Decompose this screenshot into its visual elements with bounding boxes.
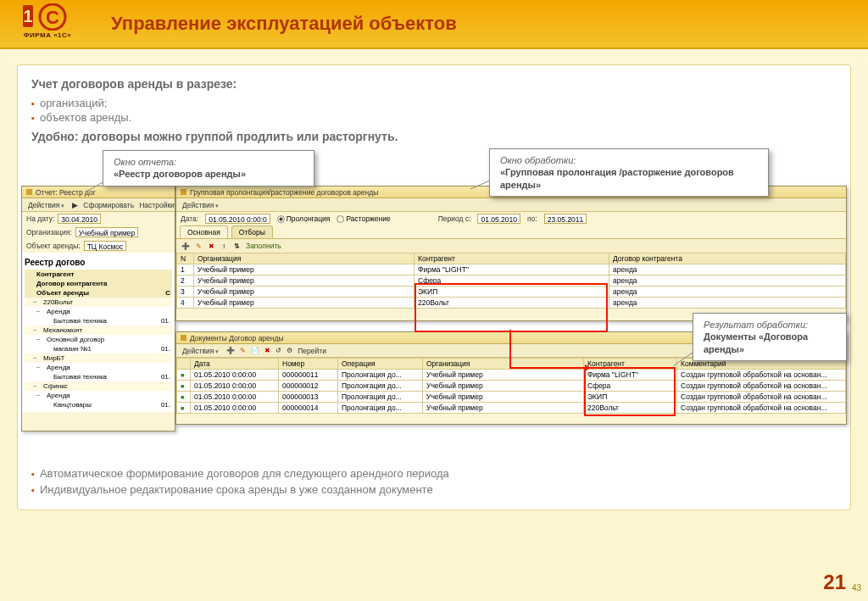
table-row[interactable]: 2Учебный примерСферааренда (177, 275, 846, 287)
main-panel: Учет договоров аренды в разрезе: организ… (17, 64, 851, 510)
radio-prolong[interactable]: Пролонгация (277, 214, 331, 223)
tab-filter[interactable]: Отборы (231, 225, 273, 238)
page-number-mini: 43 (852, 583, 861, 593)
obj-input[interactable]: ТЦ Космос (84, 241, 127, 251)
table-row[interactable]: ■01.05.2010 0:00:00000000012Пролонгация … (177, 381, 846, 392)
intro-heading: Учет договоров аренды в разрезе: (31, 77, 837, 91)
actions-button[interactable]: Действия (180, 201, 221, 209)
page-number: 21 (823, 570, 846, 594)
settings-button[interactable]: Настройки (139, 201, 175, 209)
processing-grid[interactable]: N Организация Контрагент Договор контраг… (176, 253, 846, 309)
toolbar[interactable]: Действия (176, 198, 846, 212)
processing-window[interactable]: Групповая пролонгация/расторжение догово… (175, 186, 847, 321)
period-label: Период с: (438, 214, 471, 223)
tree-row[interactable]: −МирБТ (25, 353, 172, 363)
window-icon (181, 189, 186, 195)
tree-row[interactable]: магазин №101. (25, 344, 172, 353)
footer-list: Автоматическое формирование договоров дл… (31, 465, 837, 498)
table-row[interactable]: 1Учебный примерФирма "LIGHT"аренда (177, 264, 846, 275)
table-row[interactable]: 4Учебный пример220Вольтаренда (177, 298, 846, 309)
org-label: Организация: (26, 228, 72, 237)
fill-button[interactable]: Заполнить (246, 242, 281, 250)
callout-proc: Окно обработки: «Групповая пролонгация /… (489, 148, 769, 197)
callout-text: «Групповая пролонгация /расторжение дого… (500, 167, 734, 189)
org-input[interactable]: Учебный пример (75, 227, 139, 237)
tree-row[interactable]: −Аренда (25, 363, 172, 372)
report-window[interactable]: Отчет: Реестр дог Действия ▶ Сформироват… (21, 186, 175, 431)
callout-text: Документы «Договора аренды» (704, 331, 808, 353)
callout-report: Окно отчета: «Реестр договоров аренды» (103, 150, 314, 186)
intro-heading-2: Удобно: договоры можно группой продлить … (31, 130, 837, 143)
sort-down-icon[interactable]: ⇅ (231, 241, 242, 251)
add-icon[interactable]: ➕ (226, 347, 235, 354)
radio-terminate[interactable]: Расторжение (337, 214, 390, 223)
tree-row[interactable]: −Механомонт (25, 326, 172, 335)
svg-text:С: С (46, 7, 59, 28)
table-row[interactable]: ■01.05.2010 0:00:00000000014Пролонгация … (177, 403, 846, 414)
screenshot-area: Окно отчета: «Реестр договоров аренды» О… (31, 152, 837, 457)
obj-label: Объект аренды: (26, 242, 81, 250)
list-item: Автоматическое формирование договоров дл… (31, 465, 837, 481)
table-row[interactable]: 3Учебный примерЭКИПаренда (177, 287, 846, 298)
list-item: организаций; (31, 96, 837, 110)
period-to-input[interactable]: 23.05.2011 (544, 214, 587, 224)
tree-row[interactable]: Бытовая техника01. (25, 316, 172, 326)
toolbar[interactable]: Действия ▶ Сформировать Настройки (22, 198, 175, 212)
callout-label: Окно отчета: (114, 157, 176, 167)
icon-toolbar[interactable]: ➕ ✎ ✖ ↕ ⇅ Заполнить (176, 239, 846, 253)
form-button[interactable]: Сформировать (83, 201, 134, 209)
date-input[interactable]: 01.05.2010 0:00:0 (205, 214, 270, 224)
window-icon (26, 189, 32, 195)
callout-result: Результат обработки: Документы «Договора… (693, 313, 847, 361)
table-row[interactable]: ■01.05.2010 0:00:00000000011Пролонгация … (177, 370, 846, 381)
slide-title: Управление эксплуатацией объектов (111, 13, 457, 35)
delete-icon[interactable]: ✖ (206, 241, 216, 251)
date-label: На дату: (26, 214, 54, 223)
brand-logo: 1 С ФИРМА «1С» (14, 3, 81, 44)
filter-icon[interactable]: ⚙ (287, 347, 292, 354)
window-title: Отчет: Реестр дог (22, 186, 175, 198)
tree-row[interactable]: −Аренда (25, 307, 172, 316)
tree-row[interactable]: Бытовая техника01. (25, 372, 172, 381)
list-item: Индивидуальное редактирование срока арен… (31, 481, 837, 498)
tree-row[interactable]: −Аренда (25, 391, 172, 400)
period-from-input[interactable]: 01.05.2010 (477, 214, 520, 224)
list-item: объектов аренды. (31, 110, 837, 125)
period-to-label: по: (527, 214, 537, 223)
tree-row[interactable]: −220Вольт (25, 298, 172, 307)
delete-icon[interactable]: ✖ (264, 347, 270, 354)
copy-icon[interactable]: 📄 (251, 347, 259, 354)
tree-row[interactable]: Канцтовары01. (25, 400, 172, 409)
tabs[interactable]: Основная Отборы (176, 225, 846, 239)
documents-grid[interactable]: Дата Номер Операция Организация Контраге… (176, 358, 846, 414)
edit-icon[interactable]: ✎ (193, 241, 203, 251)
actions-button[interactable]: Действия (25, 201, 67, 209)
actions-button[interactable]: Действия (180, 347, 221, 355)
callout-label: Окно обработки: (500, 155, 576, 165)
date-label: Дата: (181, 214, 198, 223)
tree-row[interactable]: −Основной договор (25, 335, 172, 344)
header-bar: 1 С ФИРМА «1С» Управление эксплуатацией … (0, 0, 868, 49)
report-heading: Реестр догово (25, 255, 172, 270)
callout-label: Результат обработки: (704, 320, 808, 330)
sort-up-icon[interactable]: ↕ (219, 241, 229, 251)
content-panel-wrap: Учет договоров аренды в разрезе: организ… (0, 49, 868, 520)
add-icon[interactable]: ➕ (181, 241, 191, 251)
callout-text: «Реестр договоров аренды» (114, 169, 246, 179)
window-icon (181, 335, 186, 341)
tree-row[interactable]: −Сфинкс (25, 381, 172, 391)
goto-button[interactable]: Перейти (298, 347, 326, 355)
date-input[interactable]: 30.04.2010 (58, 214, 101, 224)
brand-name: ФИРМА «1С» (24, 31, 72, 39)
svg-text:1: 1 (23, 7, 32, 25)
tab-main[interactable]: Основная (180, 225, 228, 238)
intro-list: организаций; объектов аренды. (31, 96, 837, 125)
edit-icon[interactable]: ✎ (240, 347, 246, 354)
refresh-icon[interactable]: ↺ (275, 347, 281, 354)
table-row[interactable]: ■01.05.2010 0:00:00000000013Пролонгация … (177, 392, 846, 403)
